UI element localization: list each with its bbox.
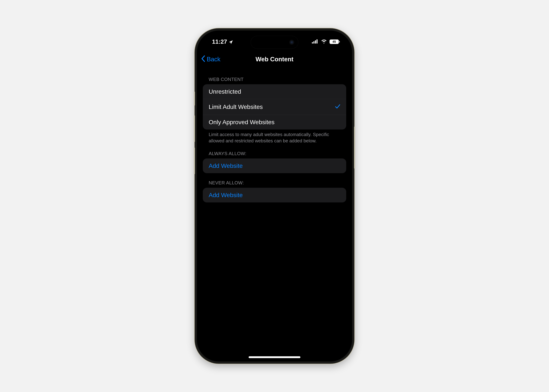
cellular-icon — [312, 39, 318, 44]
volume-down-button[interactable] — [194, 147, 195, 174]
section-header-never-allow: NEVER ALLOW: — [203, 173, 346, 188]
add-website-label: Add Website — [209, 162, 243, 169]
location-icon — [228, 39, 233, 44]
option-limit-adult-websites[interactable]: Limit Adult Websites — [203, 99, 346, 115]
back-label: Back — [207, 56, 220, 63]
section-group-web-content: Unrestricted Limit Adult Websites Only A… — [203, 84, 346, 129]
option-only-approved-websites[interactable]: Only Approved Websites — [203, 115, 346, 129]
status-right: 45 — [312, 39, 340, 44]
chevron-left-icon — [201, 55, 205, 63]
phone-screen: 11:27 45 — [197, 30, 352, 362]
back-button[interactable]: Back — [201, 55, 220, 63]
battery-level: 45 — [332, 40, 336, 43]
option-label: Only Approved Websites — [209, 119, 274, 126]
silent-switch[interactable] — [194, 91, 195, 105]
home-indicator[interactable] — [249, 356, 300, 358]
section-header-always-allow: ALWAYS ALLOW: — [203, 144, 346, 159]
section-footer-web-content: Limit access to many adult websites auto… — [203, 129, 346, 144]
phone-frame: 11:27 45 — [195, 28, 354, 364]
option-label: Unrestricted — [209, 88, 241, 95]
option-label: Limit Adult Websites — [209, 104, 263, 110]
battery-icon: 45 — [330, 40, 340, 44]
add-website-label: Add Website — [209, 192, 243, 198]
svg-rect-0 — [312, 42, 313, 43]
content-area: WEB CONTENT Unrestricted Limit Adult Web… — [197, 70, 352, 362]
add-website-never-allow[interactable]: Add Website — [203, 188, 346, 203]
section-group-always-allow: Add Website — [203, 159, 346, 173]
wifi-icon — [321, 39, 327, 44]
status-left: 11:27 — [212, 38, 233, 45]
volume-up-button[interactable] — [194, 115, 195, 142]
svg-rect-3 — [317, 39, 317, 43]
nav-bar: Back Web Content — [197, 51, 352, 67]
option-unrestricted[interactable]: Unrestricted — [203, 84, 346, 99]
dynamic-island[interactable] — [251, 36, 298, 49]
nav-title: Web Content — [256, 56, 294, 63]
section-header-web-content: WEB CONTENT — [203, 70, 346, 84]
svg-rect-1 — [313, 41, 314, 43]
svg-rect-2 — [315, 40, 316, 43]
add-website-always-allow[interactable]: Add Website — [203, 159, 346, 173]
status-time: 11:27 — [212, 38, 227, 45]
section-group-never-allow: Add Website — [203, 188, 346, 203]
power-button[interactable] — [354, 126, 355, 168]
checkmark-icon — [335, 103, 340, 111]
